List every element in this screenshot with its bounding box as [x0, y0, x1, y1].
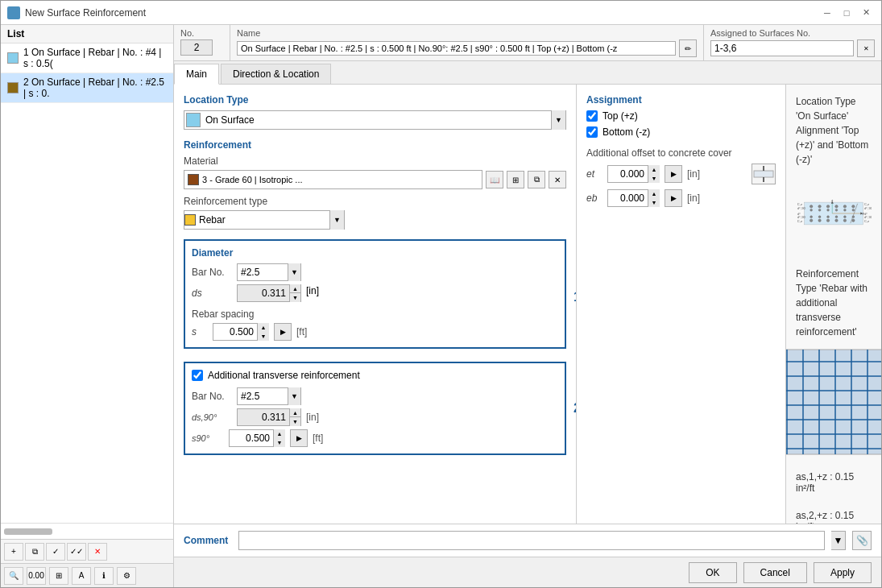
- transverse-ds-value: 0.311: [238, 412, 289, 423]
- list-item-selected[interactable]: 2 On Surface | Rebar | No. : #2.5 | s : …: [1, 73, 173, 103]
- eb-step-right[interactable]: ▶: [665, 189, 682, 207]
- s-up[interactable]: ▲: [258, 323, 269, 332]
- transverse-bar-no-dropdown[interactable]: #2.5 ▼: [237, 387, 301, 405]
- settings-button[interactable]: ⚙: [117, 567, 136, 585]
- bar-no-label: Bar No.: [192, 267, 232, 278]
- bar-no-dropdown[interactable]: #2.5 ▼: [237, 263, 301, 281]
- s-step-right[interactable]: ▶: [274, 323, 292, 341]
- transverse-ds-down[interactable]: ▼: [290, 417, 300, 426]
- et-value: 0.000: [608, 168, 648, 180]
- svg-point-26: [843, 219, 846, 222]
- list-item-label-2: 2 On Surface | Rebar | No. : #2.5 | s : …: [23, 77, 167, 99]
- delete-button[interactable]: ✕: [88, 543, 107, 561]
- transverse-checkbox[interactable]: [192, 370, 203, 381]
- rebar-type-arrow[interactable]: ▼: [329, 210, 344, 230]
- location-type-dropdown[interactable]: On Surface ▼: [184, 110, 566, 130]
- ds-row: ds 0.311 ▲ ▼ [in]: [192, 284, 558, 302]
- maximize-button[interactable]: □: [838, 6, 855, 20]
- search-button[interactable]: 🔍: [4, 567, 23, 585]
- rebar-type-dropdown[interactable]: Rebar ▼: [184, 210, 345, 230]
- offset-group: Additional offset to concrete cover et 0…: [586, 147, 776, 207]
- material-value: 3 - Grade 60 | Isotropic ...: [199, 175, 306, 184]
- copy-button[interactable]: ⧉: [25, 543, 44, 561]
- comment-input[interactable]: [238, 531, 825, 550]
- main-area: No. Name ✏ Assigned to Surfaces No.: [174, 25, 881, 587]
- svg-point-8: [843, 205, 846, 208]
- list-item[interactable]: 1 On Surface | Rebar | No. : #4 | s : 0.…: [1, 43, 173, 73]
- material-delete-button[interactable]: ✕: [549, 171, 566, 188]
- s-label: s: [192, 326, 208, 337]
- location-type-group: Location Type On Surface ▼: [184, 94, 566, 130]
- tabs: Main Direction & Location: [174, 61, 881, 85]
- s-down[interactable]: ▼: [258, 332, 269, 341]
- bar-no-arrow[interactable]: ▼: [288, 263, 300, 281]
- tab-direction-location[interactable]: Direction & Location: [221, 64, 331, 84]
- material-copy-button[interactable]: ⧉: [528, 171, 545, 188]
- minimize-button[interactable]: ─: [818, 6, 836, 20]
- svg-point-25: [835, 219, 838, 222]
- location-type-arrow[interactable]: ▼: [551, 110, 565, 130]
- title-bar: New Surface Reinforcement ─ □ ✕: [1, 1, 881, 25]
- eb-down[interactable]: ▼: [648, 198, 660, 207]
- transverse-bar-no-arrow[interactable]: ▼: [288, 387, 300, 405]
- location-type-color: [186, 113, 201, 127]
- info-button[interactable]: ℹ: [94, 567, 114, 585]
- value-as2pz: as,2,+z : 0.15 in²/ft: [796, 510, 872, 524]
- cancel-button[interactable]: Cancel: [743, 562, 807, 583]
- transverse-ds-up[interactable]: ▲: [290, 408, 300, 417]
- no-label: No.: [180, 28, 223, 38]
- ok-button[interactable]: OK: [689, 562, 736, 583]
- transverse-s-down[interactable]: ▼: [274, 438, 285, 447]
- svg-point-17: [818, 216, 821, 218]
- tab-main[interactable]: Main: [174, 64, 219, 85]
- assigned-edit-button[interactable]: ✕: [857, 39, 875, 57]
- as2pz-key: as,2,+z :: [796, 510, 833, 521]
- name-input[interactable]: [237, 41, 676, 56]
- material-book-button[interactable]: 📖: [486, 171, 503, 188]
- et-step-right[interactable]: ▶: [665, 165, 682, 183]
- ds-down[interactable]: ▼: [290, 293, 300, 302]
- material-edit-button[interactable]: ⊞: [507, 171, 524, 188]
- svg-point-4: [810, 205, 812, 208]
- et-down[interactable]: ▼: [648, 174, 660, 183]
- top-checkbox[interactable]: [586, 110, 598, 122]
- bottom-checkbox[interactable]: [586, 126, 598, 138]
- eb-up[interactable]: ▲: [648, 189, 660, 198]
- eb-label: eb: [586, 193, 602, 204]
- svg-rect-48: [786, 350, 881, 454]
- et-label: et: [586, 168, 602, 180]
- svg-point-19: [835, 216, 838, 218]
- value-as1pz: as,1,+z : 0.15 in²/ft: [796, 471, 872, 494]
- transverse-s-up[interactable]: ▲: [274, 429, 285, 438]
- et-up[interactable]: ▲: [648, 165, 660, 174]
- scroll-bar[interactable]: [4, 528, 52, 535]
- bottom-check-row: Bottom (-z): [586, 126, 776, 138]
- help-button[interactable]: A: [72, 567, 91, 585]
- name-edit-button[interactable]: ✏: [679, 39, 697, 57]
- apply-button[interactable]: Apply: [814, 562, 872, 583]
- svg-point-9: [852, 205, 855, 208]
- content-area: List 1 On Surface | Rebar | No. : #4 | s…: [1, 25, 881, 587]
- svg-point-10: [810, 209, 813, 211]
- num-button[interactable]: 0.00: [27, 567, 46, 585]
- check-button[interactable]: ✓: [46, 543, 65, 561]
- comment-attach-button[interactable]: 📎: [852, 531, 872, 550]
- diagram-text1: Location Type 'On Surface': [796, 96, 856, 122]
- svg-point-24: [826, 219, 829, 222]
- grid-button[interactable]: ⊞: [49, 567, 68, 585]
- diagram-panel: Location Type 'On Surface' Alignment 'To…: [786, 85, 881, 524]
- transverse-s-step-right[interactable]: ▶: [290, 429, 308, 447]
- svg-point-6: [826, 205, 829, 208]
- close-button[interactable]: ✕: [857, 6, 875, 20]
- rebar-type-color: [184, 214, 196, 226]
- ds-up[interactable]: ▲: [290, 284, 300, 293]
- check2-button[interactable]: ✓✓: [67, 543, 86, 561]
- assigned-input[interactable]: [710, 40, 854, 56]
- svg-point-5: [818, 205, 821, 208]
- location-type-value: On Surface: [202, 114, 551, 126]
- comment-dropdown-arrow[interactable]: ▼: [831, 531, 846, 550]
- transverse-box: Additional transverse reinforcement Bar …: [184, 362, 566, 455]
- et-field: 0.000 ▲ ▼: [607, 165, 660, 183]
- no-input[interactable]: [180, 39, 213, 56]
- add-button[interactable]: +: [4, 543, 23, 561]
